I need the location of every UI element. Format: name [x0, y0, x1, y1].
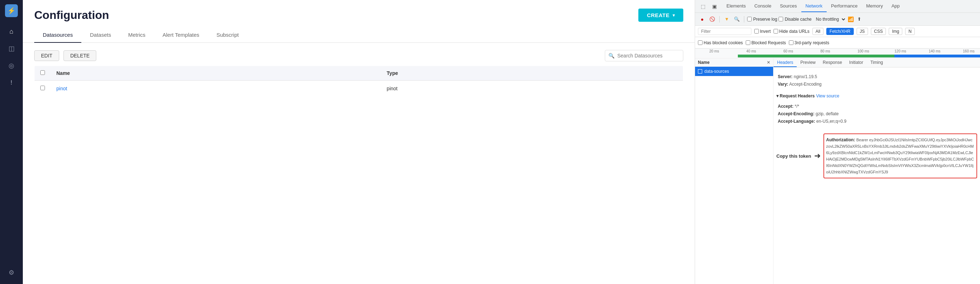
- copy-token-label: Copy this token: [776, 153, 811, 159]
- headers-panel-content: Server: nginx/1.19.5 Vary: Accept-Encodi…: [773, 67, 980, 284]
- request-headers-title: ▾ Request Headers View source: [776, 94, 977, 99]
- devtools-filter-row: Invert Hide data URLs All Fetch/XHR JS C…: [695, 26, 980, 37]
- tabs-bar: Datasources Datasets Metrics Alert Templ…: [23, 27, 695, 43]
- search-box: 🔍: [605, 50, 683, 61]
- tab-alert-templates[interactable]: Alert Templates: [154, 27, 208, 43]
- record-button[interactable]: ●: [698, 15, 706, 24]
- wf-label-20ms: 20 ms: [710, 49, 719, 53]
- hide-data-urls-checkbox[interactable]: Hide data URLs: [773, 29, 810, 34]
- filter-img[interactable]: Img: [889, 28, 902, 35]
- blocked-requests-checkbox[interactable]: Blocked Requests: [746, 40, 786, 45]
- headers-tab-initiator[interactable]: Initiator: [846, 59, 867, 67]
- waterfall-area: 20 ms 40 ms 60 ms 80 ms 100 ms 120 ms 14…: [695, 48, 980, 59]
- network-request-list: Name ✕ data-sources: [695, 59, 773, 284]
- page-title: Configuration: [34, 8, 109, 22]
- filter-input[interactable]: [698, 28, 751, 35]
- accept-encoding-header: Accept-Encoding: gzip, deflate: [778, 111, 976, 117]
- wf-label-80ms: 80 ms: [821, 49, 830, 53]
- devtools-filter-row2: Has blocked cookies Blocked Requests 3rd…: [695, 37, 980, 48]
- delete-button[interactable]: DELETE: [64, 50, 96, 61]
- copy-token-area: Copy this token ➜ Authorization: Bearer …: [776, 131, 977, 181]
- request-headers-section: Accept: */* Accept-Encoding: gzip, defla…: [776, 100, 977, 128]
- devtools-panel: ⬚ ▣ Elements Console Sources Network Per…: [695, 0, 980, 284]
- table-row: pinot pinot: [35, 81, 683, 97]
- sidebar-item-alerts[interactable]: !: [4, 76, 19, 90]
- sidebar-item-settings[interactable]: ⚙: [4, 265, 19, 280]
- sidebar-logo[interactable]: ⚡: [5, 4, 18, 17]
- devtools-toolbar: ● 🚫 ▼ 🔍 Preserve log Disable cache No th…: [695, 13, 980, 26]
- filter-js[interactable]: JS: [857, 28, 868, 35]
- wf-label-100ms: 100 ms: [858, 49, 869, 53]
- search-input[interactable]: [605, 50, 683, 61]
- view-source-link[interactable]: View source: [816, 94, 839, 99]
- separator: [719, 16, 720, 22]
- close-panel-btn[interactable]: ✕: [767, 60, 770, 65]
- headers-tab-preview[interactable]: Preview: [797, 59, 819, 67]
- search-icon[interactable]: 🔍: [732, 15, 741, 24]
- third-party-checkbox[interactable]: 3rd-party requests: [789, 40, 829, 45]
- headers-tab-timing[interactable]: Timing: [867, 59, 886, 67]
- clear-button[interactable]: 🚫: [708, 15, 716, 24]
- disable-cache-checkbox[interactable]: [778, 17, 783, 21]
- server-header: Server: nginx/1.19.5: [778, 73, 976, 80]
- tab-datasources[interactable]: Datasources: [34, 27, 81, 43]
- devtools-tab-network[interactable]: Network: [801, 0, 827, 12]
- filter-all[interactable]: All: [812, 28, 823, 35]
- device-icon[interactable]: ▣: [710, 2, 719, 11]
- row-name[interactable]: pinot: [51, 81, 381, 97]
- network-item-data-sources[interactable]: data-sources: [695, 67, 773, 77]
- separator2: [744, 16, 744, 22]
- arrow-right-icon: ➜: [814, 151, 821, 161]
- wf-label-140ms: 140 ms: [929, 49, 940, 53]
- headers-tab-headers[interactable]: Headers: [773, 59, 797, 67]
- devtools-tabs-bar: ⬚ ▣ Elements Console Sources Network Per…: [695, 0, 980, 13]
- auth-header: Authorization: Bearer eyJhbGci0iJSUzI1Ni…: [826, 137, 974, 175]
- filter-icon[interactable]: ▼: [722, 15, 731, 24]
- devtools-tab-performance[interactable]: Performance: [827, 0, 862, 12]
- sidebar-item-monitoring[interactable]: ◎: [4, 59, 19, 73]
- headers-tab-response[interactable]: Response: [819, 59, 846, 67]
- filter-css[interactable]: CSS: [871, 28, 886, 35]
- blocked-cookies-checkbox[interactable]: Has blocked cookies: [698, 40, 743, 45]
- devtools-tab-app[interactable]: App: [887, 0, 904, 12]
- wf-label-60ms: 60 ms: [783, 49, 793, 53]
- page-header: Configuration CREATE ▾: [23, 0, 695, 22]
- vary-header: Vary: Accept-Encoding: [778, 81, 976, 88]
- header-checkbox-cell: [35, 66, 51, 81]
- search-icon: 🔍: [608, 53, 614, 59]
- wf-label-40ms: 40 ms: [746, 49, 756, 53]
- auth-header-highlighted[interactable]: Authorization: Bearer eyJhbGci0iJSUzI1Ni…: [823, 134, 977, 179]
- network-list-top: Name ✕ data-sources Headers Preview Resp…: [695, 59, 980, 284]
- filter-n[interactable]: N: [905, 28, 915, 35]
- sidebar-item-dashboard[interactable]: ◫: [4, 41, 19, 56]
- edit-button[interactable]: EDIT: [34, 50, 59, 61]
- devtools-tab-sources[interactable]: Sources: [776, 0, 801, 12]
- tab-subscriptions[interactable]: Subscript: [208, 27, 248, 43]
- devtools-tab-console[interactable]: Console: [750, 0, 776, 12]
- table-header-row: Name Type: [35, 66, 683, 81]
- create-button[interactable]: CREATE ▾: [638, 8, 683, 22]
- cursor-icon[interactable]: ⬚: [698, 2, 708, 11]
- wf-label-120ms: 120 ms: [894, 49, 906, 53]
- row-checkbox[interactable]: [40, 86, 45, 90]
- response-headers-section: Server: nginx/1.19.5 Vary: Accept-Encodi…: [776, 70, 977, 91]
- filter-fetch-xhr[interactable]: Fetch/XHR: [826, 28, 854, 35]
- waterfall-blue-bar: [894, 54, 980, 57]
- tab-metrics[interactable]: Metrics: [119, 27, 154, 43]
- disable-cache-check[interactable]: Disable cache: [778, 17, 811, 22]
- preserve-log-check[interactable]: Preserve log: [747, 17, 777, 22]
- data-table: Name Type pinot pinot: [34, 65, 683, 97]
- invert-checkbox[interactable]: Invert: [754, 29, 771, 34]
- upload-icon[interactable]: ⬆: [855, 15, 864, 24]
- select-all-checkbox[interactable]: [40, 70, 45, 75]
- tab-datasets[interactable]: Datasets: [81, 27, 119, 43]
- devtools-tab-elements[interactable]: Elements: [722, 0, 750, 12]
- preserve-log-checkbox[interactable]: [747, 17, 752, 21]
- name-column-header: Name: [698, 60, 710, 65]
- sidebar-item-home[interactable]: ⌂: [4, 24, 19, 38]
- throttle-select[interactable]: No throttling: [813, 16, 846, 23]
- headers-panel-container: Headers Preview Response Initiator Timin…: [773, 59, 980, 284]
- devtools-icons: ⬚ ▣: [698, 2, 719, 11]
- wifi-icon: 📶: [848, 16, 854, 22]
- devtools-tab-memory[interactable]: Memory: [862, 0, 887, 12]
